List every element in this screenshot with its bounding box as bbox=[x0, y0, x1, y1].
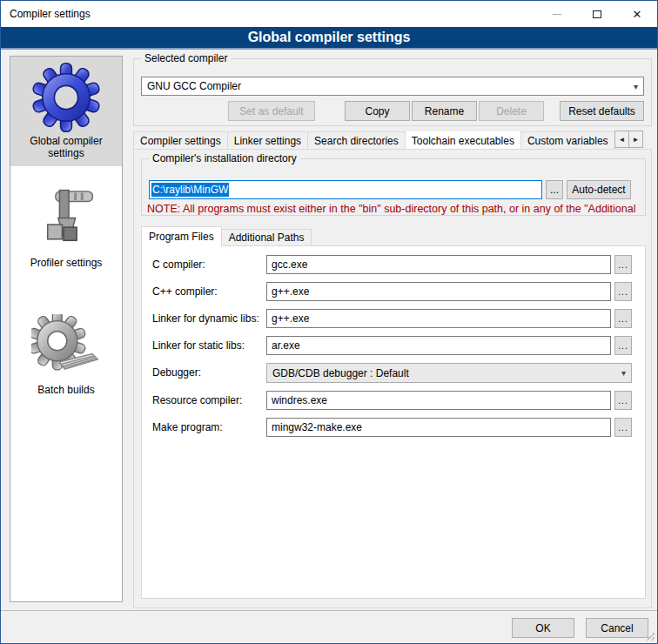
arrow-left-icon: ◄ bbox=[619, 136, 626, 144]
page-title: Global compiler settings bbox=[248, 30, 411, 45]
tab-toolchain-executables[interactable]: Toolchain executables bbox=[405, 131, 521, 149]
installation-directory-group: Compiler's installation directory C:\ray… bbox=[141, 158, 646, 216]
chevron-down-icon: ▾ bbox=[621, 368, 626, 378]
make-program-label: Make program: bbox=[152, 421, 223, 433]
chevron-down-icon: ▾ bbox=[634, 82, 638, 91]
tab-scroll-left-button[interactable]: ◄ bbox=[614, 131, 629, 148]
sidebar-item-label: Batch builds bbox=[12, 384, 120, 396]
set-as-default-button[interactable]: Set as default bbox=[228, 101, 315, 121]
make-program-row: Make program: ... bbox=[142, 418, 645, 439]
compiler-select[interactable]: GNU GCC Compiler ▾ bbox=[141, 77, 644, 96]
toolchain-executables-panel: Compiler's installation directory C:\ray… bbox=[133, 149, 652, 608]
cpp-compiler-browse-button[interactable]: ... bbox=[614, 282, 632, 301]
debugger-label: Debugger: bbox=[152, 366, 201, 379]
close-icon: ✕ bbox=[633, 9, 642, 20]
debugger-select[interactable]: GDB/CDB debugger : Default ▾ bbox=[266, 363, 632, 383]
ok-button[interactable]: OK bbox=[512, 618, 574, 638]
make-program-browse-button[interactable]: ... bbox=[614, 418, 632, 437]
tab-scroll-right-button[interactable]: ► bbox=[628, 131, 643, 148]
minimize-icon bbox=[553, 14, 561, 15]
resource-compiler-browse-button[interactable]: ... bbox=[614, 391, 632, 410]
main-tabstrip: Compiler settings Linker settings Search… bbox=[133, 131, 647, 149]
linker-dynamic-label: Linker for dynamic libs: bbox=[152, 312, 259, 325]
caption-buttons: ✕ bbox=[537, 1, 657, 27]
linker-static-browse-button[interactable]: ... bbox=[614, 336, 632, 355]
footer-divider bbox=[1, 610, 657, 611]
sidebar: Global compiler settings Profiler settin… bbox=[10, 56, 123, 602]
tab-linker-settings[interactable]: Linker settings bbox=[227, 131, 308, 149]
c-compiler-row: C compiler: ... bbox=[142, 255, 645, 276]
resource-compiler-label: Resource compiler: bbox=[152, 394, 242, 406]
titlebar: Compiler settings ✕ bbox=[1, 1, 657, 27]
rename-button[interactable]: Rename bbox=[412, 101, 477, 121]
arrow-right-icon: ► bbox=[633, 136, 640, 144]
cancel-button[interactable]: Cancel bbox=[586, 618, 648, 638]
window-title: Compiler settings bbox=[1, 8, 91, 20]
linker-dynamic-browse-button[interactable]: ... bbox=[614, 309, 632, 328]
resize-grip[interactable] bbox=[646, 632, 655, 641]
linker-static-label: Linker for static libs: bbox=[152, 339, 245, 352]
gear-blue-icon bbox=[12, 62, 120, 133]
delete-button[interactable]: Delete bbox=[479, 101, 544, 121]
debugger-select-value: GDB/CDB debugger : Default bbox=[272, 367, 409, 379]
tab-custom-variables[interactable]: Custom variables bbox=[520, 131, 615, 149]
installation-directory-selected-text: C:\raylib\MinGW bbox=[151, 183, 229, 197]
subtab-additional-paths[interactable]: Additional Paths bbox=[221, 229, 312, 246]
c-compiler-input[interactable] bbox=[266, 255, 611, 274]
maximize-icon bbox=[593, 10, 601, 18]
auto-detect-button[interactable]: Auto-detect bbox=[567, 180, 631, 199]
cpp-compiler-row: C++ compiler: ... bbox=[142, 282, 645, 303]
cpp-compiler-label: C++ compiler: bbox=[152, 285, 218, 298]
program-files-tabstrip: Program Files Additional Paths bbox=[141, 226, 311, 246]
compiler-buttons-row: Set as default Copy Rename Delete Reset … bbox=[134, 101, 651, 121]
linker-dynamic-input[interactable] bbox=[266, 309, 611, 328]
sidebar-item-batch-builds[interactable]: Batch builds bbox=[10, 305, 122, 403]
linker-dynamic-row: Linker for dynamic libs: ... bbox=[142, 309, 645, 330]
reset-defaults-button[interactable]: Reset defaults bbox=[560, 101, 644, 121]
subtab-program-files[interactable]: Program Files bbox=[141, 226, 222, 246]
caliper-icon bbox=[12, 184, 120, 255]
selected-compiler-group-label: Selected compiler bbox=[141, 52, 231, 64]
installation-directory-browse-button[interactable]: ... bbox=[546, 180, 563, 199]
close-button[interactable]: ✕ bbox=[617, 1, 657, 27]
sidebar-item-label: Profiler settings bbox=[12, 257, 120, 269]
installation-directory-note: NOTE: All programs must exist either in … bbox=[147, 203, 643, 215]
program-files-page: C compiler: ... C++ compiler: ... Linker… bbox=[141, 245, 646, 599]
tab-compiler-settings[interactable]: Compiler settings bbox=[133, 131, 228, 149]
copy-button[interactable]: Copy bbox=[345, 101, 410, 121]
page-header: Global compiler settings bbox=[1, 27, 657, 50]
debugger-row: Debugger: GDB/CDB debugger : Default ▾ bbox=[142, 363, 645, 384]
gear-stack-icon bbox=[12, 311, 120, 382]
compiler-select-value: GNU GCC Compiler bbox=[147, 80, 241, 92]
installation-directory-input[interactable]: C:\raylib\MinGW bbox=[149, 180, 542, 199]
c-compiler-browse-button[interactable]: ... bbox=[614, 255, 632, 274]
linker-static-row: Linker for static libs: ... bbox=[142, 336, 645, 357]
compiler-settings-dialog: Compiler settings ✕ Global compiler sett… bbox=[0, 0, 658, 644]
minimize-button[interactable] bbox=[537, 1, 577, 27]
make-program-input[interactable] bbox=[266, 418, 611, 437]
tab-scroll-buttons: ◄ ► bbox=[615, 131, 643, 148]
cpp-compiler-input[interactable] bbox=[266, 282, 611, 301]
sidebar-item-profiler-settings[interactable]: Profiler settings bbox=[10, 178, 122, 276]
sidebar-item-label: Global compiler settings bbox=[12, 135, 120, 159]
sidebar-item-global-compiler-settings[interactable]: Global compiler settings bbox=[10, 57, 122, 166]
tab-search-directories[interactable]: Search directories bbox=[307, 131, 406, 149]
maximize-button[interactable] bbox=[577, 1, 617, 27]
resource-compiler-row: Resource compiler: ... bbox=[142, 391, 645, 412]
c-compiler-label: C compiler: bbox=[152, 258, 205, 271]
selected-compiler-group: Selected compiler GNU GCC Compiler ▾ Set… bbox=[133, 58, 652, 126]
installation-directory-group-label: Compiler's installation directory bbox=[149, 152, 300, 164]
linker-static-input[interactable] bbox=[266, 336, 611, 355]
resource-compiler-input[interactable] bbox=[266, 391, 611, 410]
